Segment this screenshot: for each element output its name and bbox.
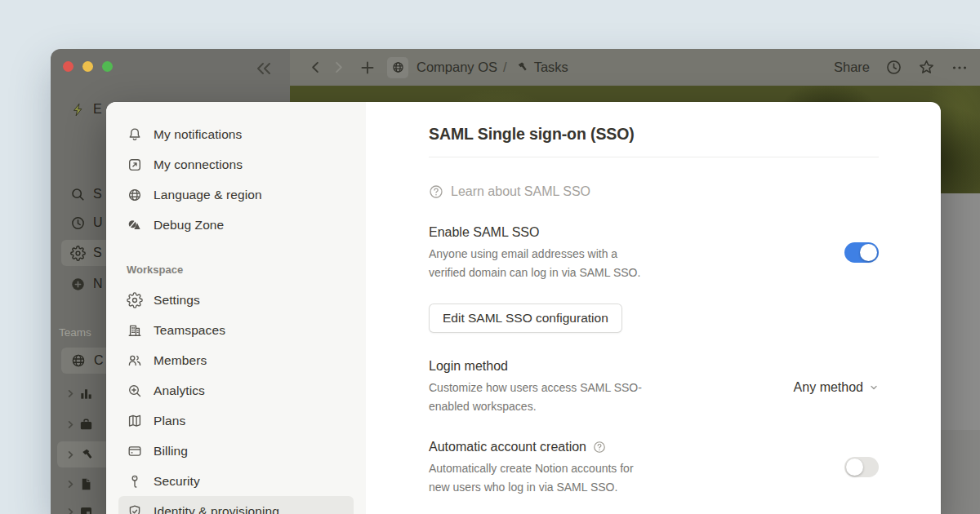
nav-forward-icon[interactable] [331,60,346,75]
hammer-icon [514,60,528,74]
window-controls [63,61,113,72]
sidebar-item-label: C [94,353,104,368]
settings-nav-analytics[interactable]: Analytics [118,375,354,405]
enable-saml-title: Enable SAML SSO [429,224,739,241]
settings-nav-security[interactable]: Security [118,466,354,496]
sidebar-item-label: S [93,246,102,260]
page-icon [78,476,94,492]
automatic-account-title: Automatic account creation [429,438,586,456]
close-button[interactable] [63,61,74,72]
breadcrumb: Company OS / Tasks [416,60,568,75]
calendar-icon [78,504,94,514]
breadcrumb-page[interactable]: Tasks [534,60,568,75]
chevron-right-icon [65,507,76,514]
map-icon [127,413,143,429]
more-options-icon[interactable] [951,59,969,77]
bar-chart-icon [78,386,94,401]
app-window: E S U S N Teams C [51,49,980,514]
settings-nav-my-notifications[interactable]: My notifications [118,119,354,149]
settings-nav-teamspaces[interactable]: Teamspaces [118,315,354,345]
settings-nav-label: My notifications [154,127,242,142]
divider [429,157,879,157]
gear-icon [70,246,86,261]
chevron-down-icon [869,383,879,392]
building-icon [127,322,143,339]
settings-modal: My notifications My connections Language… [106,102,941,514]
sidebar-item-label: E [93,102,102,117]
breadcrumb-workspace[interactable]: Company OS [416,60,497,75]
toggle-knob [846,459,863,476]
clock-icon [70,215,86,231]
two-people-icon [127,352,143,369]
settings-nav-debug-zone[interactable]: Debug Zone [118,210,354,240]
hammer-icon [78,447,94,463]
collapse-sidebar-icon[interactable] [253,58,274,79]
settings-main-panel: SAML Single sign-on (SSO) Learn about SA… [366,102,941,514]
workspace-icon-badge[interactable] [387,57,408,78]
chevron-right-icon [65,479,76,490]
sidebar-item-label: U [93,215,103,230]
key-icon [127,473,143,490]
globe-icon [127,187,143,203]
settings-nav-label: Language & region [154,188,262,202]
automatic-account-description: Automatically create Notion accounts for… [429,459,739,497]
login-method-description: Customize how users access SAML SSO- ena… [429,379,739,416]
briefcase-icon [78,417,94,432]
workspace-section-header: Workspace [127,264,345,276]
zoom-button[interactable] [102,61,113,72]
enable-saml-toggle[interactable] [844,242,879,263]
arrow-up-right-square-icon [127,157,143,173]
globe-icon [391,60,405,74]
settings-nav-label: Debug Zone [154,218,224,233]
edit-saml-config-button[interactable]: Edit SAML SSO configuration [429,304,622,333]
sidebar-item-label: S [93,187,102,202]
sidebar-item-label: N [93,277,103,291]
automatic-account-section: Automatic account creation Automatically… [429,438,879,497]
settings-nav-label: Security [154,474,200,489]
settings-nav-settings[interactable]: Settings [118,285,354,315]
settings-nav-plans[interactable]: Plans [118,405,354,436]
chevron-right-icon [65,388,76,399]
page-title: SAML Single sign-on (SSO) [429,125,879,144]
help-circle-icon [429,184,443,199]
login-method-section: Login method Customize how users access … [429,357,879,416]
chevron-right-icon [65,419,76,430]
toggle-knob [860,244,877,261]
breadcrumb-separator: / [503,60,507,75]
plus-circle-icon [70,277,86,292]
settings-nav-label: Plans [154,414,185,428]
lightning-bolt-icon [70,102,86,117]
clock-history-icon[interactable] [885,59,902,76]
gear-icon [127,292,143,308]
nav-back-icon[interactable] [308,60,323,75]
settings-nav-billing[interactable]: Billing [118,436,354,466]
star-favorite-icon[interactable] [918,59,935,76]
settings-nav-label: Teamspaces [154,323,225,338]
settings-nav-label: Settings [154,293,200,308]
new-tab-icon[interactable] [359,60,376,76]
login-method-value: Any method [794,380,863,395]
settings-nav-my-connections[interactable]: My connections [118,149,354,179]
settings-nav-language-region[interactable]: Language & region [118,179,354,210]
share-button[interactable]: Share [834,60,870,75]
automatic-account-toggle[interactable] [844,457,879,477]
settings-nav-identity-provisioning[interactable]: Identity & provisioning [118,496,354,514]
app-topbar: Company OS / Tasks Share [290,49,980,86]
login-method-dropdown[interactable]: Any method [794,380,879,395]
minimize-button[interactable] [82,61,93,72]
settings-nav-label: My connections [154,157,243,172]
settings-nav-members[interactable]: Members [118,345,354,375]
globe-icon [70,352,87,369]
enable-saml-description: Anyone using email addresses with a veri… [429,245,739,282]
desktop-background: E S U S N Teams C [0,0,980,514]
search-icon [70,187,86,202]
bell-icon [127,126,143,143]
magnifier-plus-icon [127,383,143,399]
settings-nav-label: Analytics [154,383,205,398]
chevron-right-icon [65,450,76,460]
learn-about-saml-link[interactable]: Learn about SAML SSO [429,184,879,199]
debug-shapes-icon [127,217,143,233]
help-circle-icon[interactable] [593,441,606,454]
enable-saml-section: Enable SAML SSO Anyone using email addre… [429,224,879,282]
shield-check-icon [127,503,143,514]
